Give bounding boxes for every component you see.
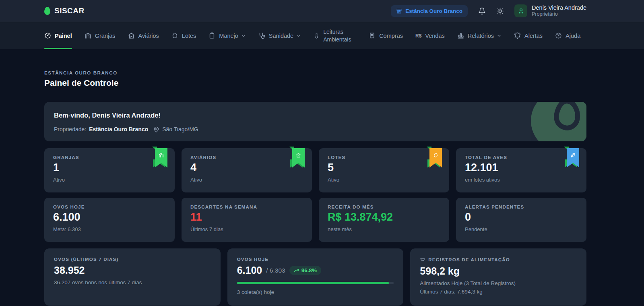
stat-card-alertas-pendentes: ALERTAS PENDENTES 0 Pendente	[456, 198, 586, 242]
stat-card-aviarios: AVIÁRIOS 4 Ativo	[182, 148, 312, 192]
summary-card-ovos-hoje: OVOS HOJE 6.100 / 6.303 96.8% 3 coleta(s…	[227, 248, 404, 306]
user-menu[interactable]: Denis Vieira Andrade Proprietário	[514, 4, 586, 18]
thermometer-icon	[314, 32, 320, 39]
stat-card-receita: RECEITA DO MÊS R$ 13.874,92 neste mês	[319, 198, 449, 242]
store-icon	[396, 8, 402, 14]
bar-chart-icon	[457, 32, 464, 39]
summary-card-ovos-7-dias: OVOS (ÚLTIMOS 7 DIAS) 38.952 36.207 ovos…	[44, 248, 221, 306]
stat-card-lotes: LOTES 5 Ativo	[319, 148, 449, 192]
ribbon-badge	[567, 146, 579, 167]
nav-item-relatorios[interactable]: Relatórios	[457, 22, 502, 49]
user-name: Denis Vieira Andrade	[532, 4, 586, 11]
egg-watermark-icon	[531, 102, 586, 141]
summary-row: OVOS (ÚLTIMOS 7 DIAS) 38.952 36.207 ovos…	[44, 248, 586, 306]
progress-bar	[237, 282, 394, 284]
nav-item-leituras-ambientais[interactable]: Leituras Ambientais	[314, 22, 356, 49]
farm-eyebrow: ESTÂNCIA OURO BRANCO	[44, 70, 586, 75]
currency-rs-icon: R$	[415, 33, 421, 39]
stat-card-descartes: DESCARTES NA SEMANA 11 Últimos 7 dias	[182, 198, 312, 242]
help-circle-icon	[555, 32, 562, 39]
stats-row-1: GRANJAS 1 Ativo AVIÁRIOS 4 Ativo LOTES	[44, 148, 586, 192]
coletas-text: 3 coleta(s) hoje	[237, 289, 394, 295]
chevron-down-icon	[497, 33, 502, 38]
nav-item-vendas[interactable]: R$ Vendas	[415, 22, 445, 49]
receipt-icon	[369, 32, 376, 39]
welcome-greeting: Bem-vindo, Denis Vieira Andrade!	[54, 112, 577, 119]
trend-badge: 96.8%	[289, 266, 321, 275]
clipboard-icon	[208, 32, 215, 39]
welcome-card: Bem-vindo, Denis Vieira Andrade! Proprie…	[44, 102, 586, 141]
top-bar: SISCAR Estância Ouro Branco Denis Viei	[0, 0, 644, 22]
brand-name: SISCAR	[54, 6, 85, 15]
bell-ring-icon	[514, 32, 521, 39]
chevron-down-icon	[296, 33, 301, 38]
feather-icon	[567, 148, 579, 167]
brand: SISCAR	[44, 6, 85, 15]
nav-item-manejo[interactable]: Manejo	[208, 22, 246, 49]
nav-item-lotes[interactable]: Lotes	[171, 22, 196, 49]
egg-icon	[171, 32, 178, 39]
nav-item-aviarios[interactable]: Aviários	[128, 22, 159, 49]
egg-icon	[429, 148, 442, 167]
feed-bowl-icon	[420, 257, 425, 263]
summary-card-alimentacao: REGISTROS DE ALIMENTAÇÃO 598,2 kg Alimen…	[410, 248, 586, 306]
stat-card-total-aves: TOTAL DE AVES 12.101 em lotes ativos	[456, 148, 586, 192]
map-pin-icon	[153, 126, 159, 132]
property-badge[interactable]: Estância Ouro Branco	[391, 5, 468, 17]
avatar	[514, 4, 527, 17]
nav-item-painel[interactable]: Painel	[44, 22, 72, 49]
main-nav: Painel Granjas Aviários Lotes Manejo San…	[0, 22, 644, 49]
stat-card-granjas: GRANJAS 1 Ativo	[44, 148, 175, 192]
stethoscope-icon	[258, 32, 265, 39]
stats-row-2: OVOS HOJE 6.100 Meta: 6.303 DESCARTES NA…	[44, 198, 586, 242]
property-label: Propriedade:	[54, 126, 86, 132]
user-role: Proprietário	[532, 11, 586, 18]
eggs-today-target: / 6.303	[266, 267, 285, 274]
nav-item-granjas[interactable]: Granjas	[85, 22, 116, 49]
notifications-bell-icon[interactable]	[478, 7, 486, 15]
nav-item-sanidade[interactable]: Sanidade	[258, 22, 301, 49]
nav-item-ajuda[interactable]: Ajuda	[555, 22, 580, 49]
page-title: Painel de Controle	[44, 78, 586, 88]
property-badge-label: Estância Ouro Branco	[405, 8, 462, 14]
ribbon-badge	[429, 146, 442, 167]
warehouse-icon	[155, 148, 167, 167]
eggs-today-value: 6.100	[237, 265, 262, 276]
property-location: São Tiago/MG	[162, 126, 198, 132]
theme-toggle-sun-icon[interactable]	[496, 7, 504, 15]
property-name: Estância Ouro Branco	[89, 126, 148, 132]
gauge-icon	[44, 32, 51, 39]
egg-logo-icon	[44, 7, 50, 15]
ribbon-badge	[292, 146, 305, 167]
nav-item-alertas[interactable]: Alertas	[514, 22, 543, 49]
ribbon-badge	[155, 146, 167, 167]
nav-item-compras[interactable]: Compras	[369, 22, 403, 49]
trending-up-icon	[294, 268, 299, 273]
home-icon	[128, 32, 135, 39]
home-icon	[292, 148, 305, 167]
stat-card-ovos-hoje: OVOS HOJE 6.100 Meta: 6.303	[44, 198, 175, 242]
warehouse-icon	[85, 32, 91, 39]
chevron-down-icon	[241, 33, 246, 38]
